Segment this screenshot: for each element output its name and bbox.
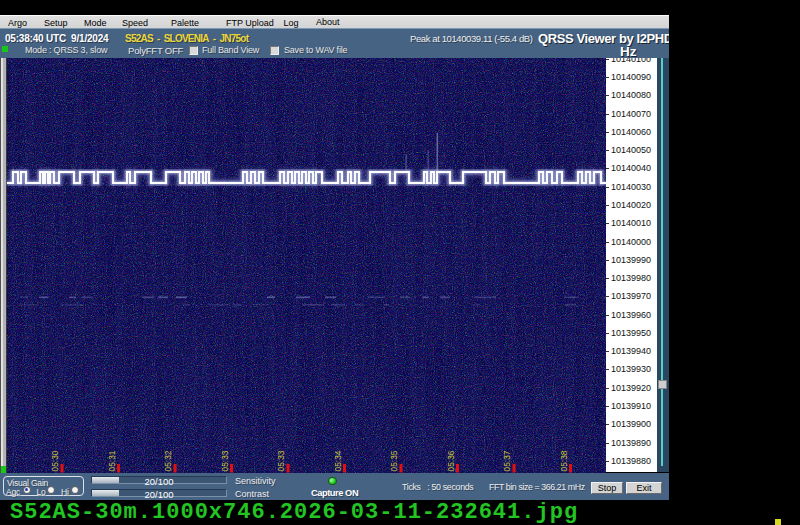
svg-text:05:33: 05:33 <box>276 450 286 471</box>
svg-text:05:31: 05:31 <box>107 450 117 471</box>
svg-text:05:33: 05:33 <box>220 450 230 471</box>
svg-text:05:36: 05:36 <box>446 450 456 471</box>
svg-text:05:30: 05:30 <box>50 450 60 471</box>
svg-text:05:35: 05:35 <box>389 450 399 471</box>
svg-text:05:32: 05:32 <box>163 450 173 471</box>
svg-text:05:38: 05:38 <box>559 450 569 471</box>
svg-text:05:37: 05:37 <box>502 450 512 471</box>
svg-text:05:34: 05:34 <box>333 450 343 471</box>
